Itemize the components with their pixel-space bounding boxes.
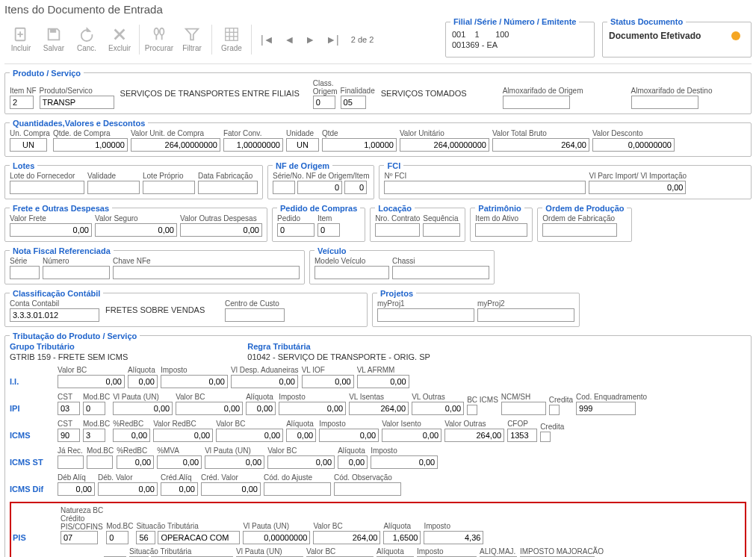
ii-valorbc-input[interactable] [58,375,125,388]
icms-valredbc-input[interactable] [153,429,213,442]
valor-seguro-input[interactable] [95,223,177,237]
icmsdif-credvalor-input[interactable] [201,482,261,496]
ipi-cst-input[interactable] [58,402,80,415]
icmsst-jarec-input[interactable] [58,455,84,469]
valor-total-input[interactable] [492,138,589,152]
proj1-input[interactable] [377,308,474,322]
pis-aliq-input[interactable] [383,531,421,544]
icmsst-pauta-input[interactable] [205,455,264,469]
ipi-outras-input[interactable] [412,402,464,415]
pis-sittrib-desc-input[interactable] [158,531,240,544]
grade-button[interactable]: Grade [215,20,248,59]
pis-natbc-input[interactable] [61,531,98,544]
icmsst-valorbc-input[interactable] [267,455,335,469]
icmsst-modbc-input[interactable] [87,455,113,469]
ipi-codenq-input[interactable] [576,402,636,415]
icmsst-aliq-input[interactable] [338,455,368,469]
pis-pauta-input[interactable] [243,531,310,544]
ii-imposto-input[interactable] [161,375,228,388]
pis-modbc-input[interactable] [106,531,128,544]
nav-next-button[interactable]: ► [302,34,318,46]
lote-forn-input[interactable] [10,181,84,194]
nfref-serie-input[interactable] [10,266,40,279]
conta-input[interactable] [10,308,99,322]
valor-unit-input[interactable] [131,138,220,152]
lote-proprio-input[interactable] [143,181,195,194]
sequencia-input[interactable] [423,223,460,237]
nav-prev-button[interactable]: ◄ [282,34,298,46]
icms-pctredbc-input[interactable] [113,429,150,442]
finalidade-input[interactable] [341,96,366,109]
icmsdif-debvalor-input[interactable] [98,482,158,496]
icmsst-pctredbc-input[interactable] [117,455,154,469]
nforigem-item-input[interactable] [344,181,367,194]
ii-aliq-input[interactable] [128,375,158,388]
produto-input[interactable] [40,96,114,109]
ii-afrmm-input[interactable] [357,375,409,388]
icms-imposto-input[interactable] [319,429,379,442]
chassi-input[interactable] [392,266,489,279]
pedido-input[interactable] [277,223,315,237]
procurar-button[interactable]: Procurar [143,20,176,59]
ipi-imposto-input[interactable] [279,402,346,415]
data-fab-input[interactable] [198,181,258,194]
ipi-bcicms-checkbox[interactable] [467,405,477,415]
ipi-ncm-input[interactable] [501,402,546,415]
icmsst-pctmva-input[interactable] [157,455,202,469]
pedido-item-input[interactable] [317,223,340,237]
icms-cfop-input[interactable] [507,429,537,442]
icms-cst-input[interactable] [58,429,80,442]
nforigem-no-input[interactable] [297,181,342,194]
ii-iof-input[interactable] [302,375,354,388]
filtrar-button[interactable]: Filtrar [176,20,208,59]
item-nf-input[interactable] [10,96,34,109]
valor-outras-desp-input[interactable] [180,223,262,237]
centro-input[interactable] [225,308,285,322]
un-compra-input[interactable] [10,138,47,152]
almox-origem-input[interactable] [503,96,570,109]
icms-valorbc-input[interactable] [216,429,283,442]
icms-isento-input[interactable] [382,429,441,442]
ii-despaduan-input[interactable] [231,375,298,388]
qtde-input[interactable] [322,138,397,152]
fator-conv-input[interactable] [223,138,283,152]
ordem-fab-input[interactable] [542,223,617,237]
canc-button[interactable]: Canc. [70,20,103,59]
icmsdif-credaliq-input[interactable] [161,482,198,496]
icmsdif-debaliq-input[interactable] [58,482,95,496]
valor-desc-input[interactable] [592,138,675,152]
nav-last-button[interactable]: ►| [323,34,342,46]
icms-outras-input[interactable] [444,429,504,442]
nofci-input[interactable] [384,181,586,194]
icms-credita-checkbox[interactable] [540,432,551,442]
nfref-chave-input[interactable] [113,266,300,279]
icmsdif-codobs-input[interactable] [334,482,401,496]
icms-aliq-input[interactable] [286,429,316,442]
nro-contrato-input[interactable] [375,223,420,237]
class-origem-input[interactable] [313,96,335,109]
pis-imposto-input[interactable] [424,531,483,544]
validade-input[interactable] [87,181,140,194]
unidade-input[interactable] [286,138,319,152]
pis-valorbc-input[interactable] [313,531,380,544]
almox-destino-input[interactable] [631,96,698,109]
pis-sittrib-cod-input[interactable] [136,531,155,544]
nforigem-serie-input[interactable] [273,181,295,194]
item-ativo-input[interactable] [475,223,527,237]
ipi-aliq-input[interactable] [246,402,276,415]
valor-frete-input[interactable] [10,223,92,237]
excluir-button[interactable]: Excluir [103,20,136,59]
incluir-button[interactable]: Incluir [4,20,37,59]
ipi-modbc-input[interactable] [83,402,105,415]
ipi-isentas-input[interactable] [349,402,409,415]
nfref-numero-input[interactable] [43,266,110,279]
valor-unitario-input[interactable] [400,138,489,152]
icms-modbc-input[interactable] [83,429,105,442]
qtde-compra-input[interactable] [53,138,128,152]
salvar-button[interactable]: Salvar [37,20,70,59]
modelo-input[interactable] [315,266,389,279]
icmsdif-codajuste-input[interactable] [264,482,331,496]
vlparc-input[interactable] [589,181,686,194]
proj2-input[interactable] [477,308,574,322]
ipi-pauta-input[interactable] [113,402,173,415]
